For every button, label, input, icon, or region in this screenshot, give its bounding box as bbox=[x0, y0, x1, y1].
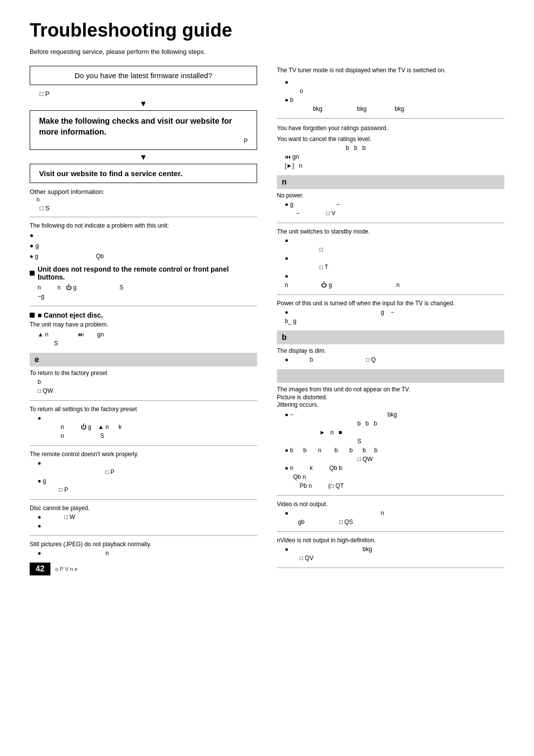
jpeg-label: Still pictures (JPEG) do not playback no… bbox=[30, 541, 257, 548]
section-n-label: n bbox=[282, 178, 287, 186]
divider-r2 bbox=[277, 223, 504, 223]
section1-line2: −g bbox=[38, 292, 257, 301]
section-e-label: e bbox=[35, 355, 39, 364]
video-no-output-label: Video is not output. bbox=[277, 501, 504, 508]
section-b-label: b bbox=[282, 333, 287, 341]
hd-line2: □ QV bbox=[285, 554, 504, 563]
ratings-detail: b b b bbox=[285, 143, 504, 152]
remote-bullet1: ● bbox=[38, 459, 257, 468]
img-line2: b b b bbox=[285, 419, 504, 428]
remote-body: ● □ P ● g □ P bbox=[38, 459, 257, 494]
no-power-line2: − □ V bbox=[285, 209, 504, 218]
bullet-g1: ● g bbox=[30, 241, 257, 250]
ratings-body: b b b ⏮ gn [►] n bbox=[285, 143, 504, 170]
image-bullets: ● − bkg b b b ► n ■ bbox=[285, 410, 504, 490]
page-number: 42 bbox=[30, 563, 50, 575]
remote-line1: □ P bbox=[38, 468, 257, 476]
tv-bullets: ● o ● b bkg bkg bkg bbox=[285, 78, 504, 113]
img-line8: Qb n bbox=[285, 472, 504, 481]
divider-r3 bbox=[277, 294, 504, 295]
factory-all-bullet: ● bbox=[38, 414, 257, 423]
section-b-bar: b bbox=[277, 331, 504, 344]
ratings-action: ⏮ gn bbox=[285, 152, 504, 161]
support-sub: b bbox=[37, 196, 257, 202]
section1-label: Unit does not respond to the remote cont… bbox=[38, 265, 257, 281]
remote-bullet2: ● g bbox=[38, 476, 257, 485]
page-container: Troubleshooting guide Before requesting … bbox=[30, 20, 504, 575]
step2-text: Visit our website to find a service cent… bbox=[39, 169, 248, 178]
support-label: Other support information: bbox=[30, 188, 257, 195]
power-off-line1: ● g − bbox=[285, 308, 504, 317]
remote-line2: □ P bbox=[38, 485, 257, 494]
factory-all-line2: n S bbox=[38, 431, 257, 440]
standby-bullet3: ● bbox=[285, 272, 504, 281]
factory-preset-checkbox: □ QW bbox=[38, 386, 257, 395]
power-off-body: ● g − b_ g bbox=[285, 308, 504, 326]
page-num-bar: 42 o P V n e bbox=[30, 563, 257, 575]
left-column: Do you have the latest firmware installe… bbox=[30, 66, 257, 576]
disc-label: Disc cannot be played. bbox=[30, 505, 257, 512]
section1-line1: n n ⏻ g S bbox=[38, 283, 257, 292]
checkbox-p-label: □ P bbox=[40, 90, 49, 97]
img-line7: ● n k Qb b bbox=[285, 464, 504, 472]
standby-line1: □ bbox=[285, 245, 504, 254]
ratings-play: [►] n bbox=[285, 161, 504, 170]
standby-bullet1: ● bbox=[285, 236, 504, 245]
checkbox-p: □ P bbox=[40, 90, 257, 97]
divider-6 bbox=[30, 535, 257, 536]
square-bullet-1 bbox=[30, 271, 35, 276]
right-column: The TV tuner mode is not displayed when … bbox=[277, 66, 504, 576]
footer-text: o P V n e bbox=[55, 566, 78, 572]
step1-sub: P bbox=[39, 138, 248, 144]
power-off-label: Power of this unit is turned off when th… bbox=[277, 300, 504, 307]
section2-detail2: S bbox=[38, 339, 257, 348]
hd-body: ● bkg □ QV bbox=[285, 545, 504, 563]
factory-all-label: To return all settings to the factory pr… bbox=[30, 406, 257, 413]
tv-line1: o bbox=[285, 87, 504, 95]
img-line3: ► n ■ bbox=[285, 428, 504, 437]
image-sub2: Jittering occurs. bbox=[277, 401, 504, 408]
firmware-box: Do you have the latest firmware installe… bbox=[30, 66, 257, 85]
factory-all-body: ● n ⏻ g ▲ n k n S bbox=[38, 414, 257, 440]
divider-r6 bbox=[277, 567, 504, 568]
checkbox-s-label: □ S bbox=[40, 204, 49, 212]
display-dim-label: The display is dim. bbox=[277, 347, 504, 354]
video-line1: ● n bbox=[285, 509, 504, 518]
intro-text: Before requesting service, please perfor… bbox=[30, 47, 504, 57]
step1-text: Make the following checks and visit our … bbox=[39, 116, 248, 138]
remote-label: The remote control doesn't work properly… bbox=[30, 451, 257, 458]
img-line1: ● − bkg bbox=[285, 410, 504, 419]
no-power-body: ● g − − □ V bbox=[285, 200, 504, 218]
video-no-output-body: ● n gb □ QS bbox=[285, 509, 504, 526]
arrow-down-1: ▼ bbox=[30, 99, 257, 108]
factory-preset-sub: b bbox=[38, 378, 257, 386]
divider-r5 bbox=[277, 531, 504, 532]
step2-box: Visit our website to find a service cent… bbox=[30, 164, 257, 183]
bullet-empty: ● bbox=[30, 231, 257, 240]
divider-1 bbox=[30, 217, 257, 217]
img-line4: S bbox=[285, 437, 504, 446]
section2-detail: ▲ n ⏭ gn S bbox=[38, 330, 257, 348]
tv-line2: bkg bkg bkg bbox=[285, 104, 504, 113]
disc-line2: ● bbox=[38, 521, 257, 530]
ratings-label: You have forgotten your ratings password… bbox=[277, 124, 504, 133]
section2-body: The unit may have a problem. bbox=[30, 321, 257, 328]
hd-line1: ● bkg bbox=[285, 545, 504, 554]
image-label: The images from this unit do not appear … bbox=[277, 386, 504, 393]
standby-body: ● □ ● □ T ● n ⏻ g n bbox=[285, 236, 504, 289]
section1-body: n n ⏻ g S −g bbox=[38, 283, 257, 301]
display-dim-body: ● b □ Q bbox=[285, 355, 504, 364]
section2-header: ■ Cannot eject disc. bbox=[30, 311, 257, 319]
img-line6: □ QW bbox=[285, 455, 504, 464]
hd-label: nVideo is not output in high-definition. bbox=[277, 537, 504, 544]
divider-5 bbox=[30, 499, 257, 500]
factory-all-line1: n ⏻ g ▲ n k bbox=[38, 423, 257, 431]
page-title: Troubleshooting guide bbox=[30, 20, 504, 41]
section-e-bar: e bbox=[30, 353, 257, 367]
tv-note: The TV tuner mode is not displayed when … bbox=[277, 66, 504, 75]
divider-2 bbox=[30, 306, 257, 306]
video-line2: gb □ QS bbox=[285, 518, 504, 526]
square-bullet-2 bbox=[30, 313, 35, 318]
checkbox-s: □ S bbox=[40, 204, 257, 212]
two-col-layout: Do you have the latest firmware installe… bbox=[30, 66, 504, 576]
